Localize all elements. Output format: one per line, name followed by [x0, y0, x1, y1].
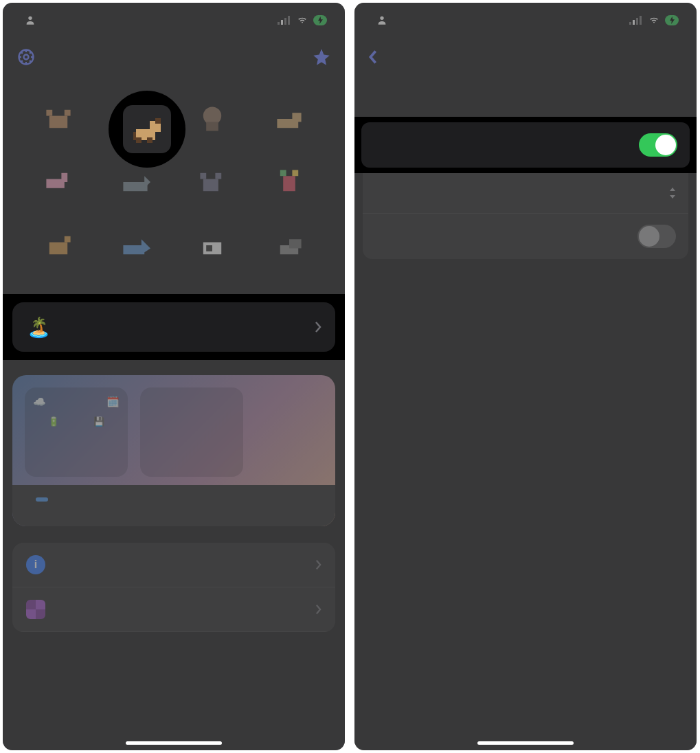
weather-icon: ☁️ [33, 396, 46, 408]
battery-badge [313, 15, 327, 25]
widget-instructions-row[interactable]: i [12, 543, 335, 587]
pal-9[interactable] [23, 224, 93, 267]
dog-icon [131, 113, 163, 146]
chevron-right-icon [315, 604, 321, 615]
checker-icon [26, 600, 45, 619]
settings-gear-button[interactable] [16, 47, 36, 67]
status-bar [3, 3, 345, 37]
battery-icon: 🔋 [48, 416, 59, 427]
pal-4[interactable] [254, 98, 324, 140]
person-icon [25, 14, 36, 25]
storage-icon: 💾 [93, 416, 104, 427]
island-icon: 🏝️ [26, 315, 51, 339]
svg-rect-19 [215, 173, 221, 179]
pal-12[interactable] [254, 224, 324, 267]
svg-rect-9 [65, 110, 71, 116]
svg-rect-21 [280, 170, 286, 176]
back-button[interactable] [368, 49, 379, 65]
svg-rect-32 [155, 118, 161, 124]
action-row[interactable] [363, 173, 688, 213]
gear-icon [16, 47, 36, 67]
pal-6[interactable] [100, 161, 170, 203]
svg-point-6 [24, 55, 29, 60]
show-second-toggle[interactable] [637, 225, 676, 248]
battery-badge [665, 15, 679, 25]
svg-rect-39 [636, 18, 638, 25]
right-screenshot [354, 3, 697, 750]
svg-rect-38 [633, 20, 635, 25]
selected-pal-highlight[interactable] [109, 91, 185, 168]
settings-list [363, 173, 688, 259]
svg-rect-25 [123, 245, 144, 254]
svg-point-36 [380, 16, 383, 20]
pal-8[interactable] [254, 161, 324, 203]
pal-7[interactable] [177, 161, 247, 203]
cellular-icon [278, 15, 291, 25]
pal-1[interactable] [23, 98, 93, 140]
svg-rect-35 [147, 137, 153, 143]
favorite-star-button[interactable] [312, 47, 331, 67]
pal-11[interactable] [177, 224, 247, 267]
svg-rect-8 [46, 110, 52, 116]
info-backgrounds-card[interactable]: ☁️ 🗓️ 🔋 💾 [12, 375, 335, 526]
svg-rect-40 [640, 16, 642, 25]
pal-5[interactable] [23, 161, 93, 203]
info-icon: i [26, 555, 45, 574]
svg-rect-24 [65, 236, 71, 243]
wifi-icon [647, 15, 661, 25]
pal-3[interactable] [177, 98, 247, 140]
svg-rect-11 [206, 122, 218, 131]
pal-10[interactable] [100, 224, 170, 267]
svg-rect-27 [206, 245, 212, 251]
dynamic-island-row[interactable]: 🏝️ [12, 302, 335, 352]
transparent-background-row[interactable] [12, 587, 335, 632]
home-indicator[interactable] [477, 741, 574, 745]
always-show-row[interactable] [361, 122, 690, 168]
svg-rect-1 [278, 22, 280, 25]
svg-rect-15 [61, 173, 67, 182]
svg-rect-7 [49, 116, 67, 128]
left-screenshot: 🏝️ ☁️ 🗓️ [3, 3, 345, 750]
person-icon [376, 14, 387, 25]
always-show-strip [354, 117, 697, 173]
svg-rect-33 [133, 132, 136, 140]
svg-rect-2 [281, 20, 283, 25]
wifi-icon [295, 15, 309, 25]
cellular-icon [629, 15, 643, 25]
svg-rect-23 [49, 243, 67, 255]
nav-bar [354, 37, 697, 77]
home-indicator[interactable] [126, 741, 222, 745]
status-bar [354, 3, 697, 37]
up-down-icon [669, 188, 676, 199]
always-show-toggle[interactable] [639, 133, 677, 157]
svg-rect-3 [284, 18, 286, 25]
nav-bar [3, 37, 345, 77]
svg-rect-4 [288, 16, 290, 25]
chevron-left-icon [368, 49, 378, 65]
svg-rect-18 [200, 173, 206, 179]
star-icon [312, 47, 331, 67]
svg-rect-34 [136, 137, 142, 143]
show-second-row[interactable] [363, 213, 688, 259]
svg-rect-16 [123, 182, 147, 191]
help-list: i [12, 543, 335, 632]
new-badge [36, 497, 48, 502]
svg-rect-13 [292, 113, 301, 122]
svg-rect-29 [289, 239, 302, 248]
svg-rect-17 [203, 179, 218, 192]
svg-rect-37 [629, 22, 631, 25]
svg-rect-20 [283, 176, 295, 191]
chevron-right-icon [315, 559, 321, 570]
svg-point-0 [28, 16, 32, 20]
chevron-right-icon [315, 321, 321, 333]
svg-rect-22 [292, 170, 298, 176]
dynamic-island-strip: 🏝️ [3, 294, 345, 360]
